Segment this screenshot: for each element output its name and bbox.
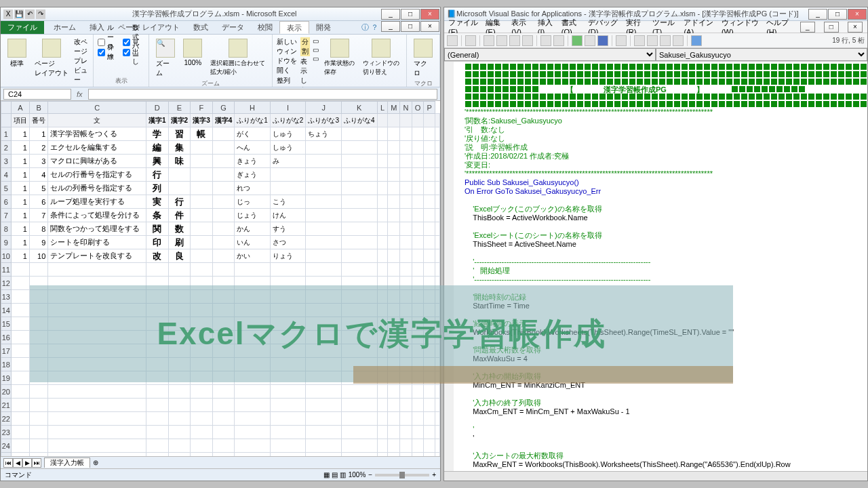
vbe-object-combo[interactable]: (General) xyxy=(444,48,656,61)
vbe-maximize-button[interactable]: □ xyxy=(828,9,847,20)
ribbon-tabs: ファイル ホーム 挿入 ページ レイアウト 数式 データ 校閲 表示 開発 ⓘ … xyxy=(1,21,440,35)
tab-view[interactable]: 表示 xyxy=(279,21,309,34)
tab-nav-prev[interactable]: ◀ xyxy=(13,458,22,468)
tab-file[interactable]: ファイル xyxy=(1,21,44,34)
tab-review[interactable]: 校閲 xyxy=(251,21,279,34)
ribbon-help-icon[interactable]: ⓘ ？ xyxy=(359,21,381,34)
vbe-doc-window-button[interactable]: _ xyxy=(800,22,815,33)
vbe-cursor-position: 19 行, 5 桁 xyxy=(832,36,865,45)
vbe-reset-icon[interactable] xyxy=(597,35,608,46)
vbe-properties-icon[interactable] xyxy=(647,35,658,46)
view-normal-button[interactable]: 標準 xyxy=(5,37,29,70)
new-sheet-button[interactable]: ⊕ xyxy=(93,459,98,466)
zoom-in-button[interactable]: + xyxy=(432,471,436,479)
vbe-doc-window-button[interactable]: × xyxy=(848,22,863,33)
vbe-toolbar: 19 行, 5 桁 xyxy=(444,33,867,48)
vbe-hscrollbar[interactable] xyxy=(444,471,867,481)
excel-icon: X xyxy=(3,9,13,19)
vbe-help-icon[interactable] xyxy=(691,35,702,46)
view-pagebreak-button[interactable]: 改ページ プレビュー xyxy=(74,37,89,85)
save-icon[interactable]: 💾 xyxy=(14,9,24,19)
vbe-code-pane[interactable]: 【 漢字学習帳作成PG 】 '*************************… xyxy=(444,62,867,471)
sync-scroll-icon[interactable]: ▭ xyxy=(313,46,319,54)
formula-bar: C24 fx xyxy=(1,87,440,101)
workbook-restore-button[interactable]: □ xyxy=(401,21,420,32)
zoom-slider[interactable] xyxy=(375,474,429,476)
zoom-selection-button[interactable]: 選択範囲に合わせて 拡大/縮小 xyxy=(208,37,268,78)
vbe-browser-icon[interactable] xyxy=(660,35,671,46)
split-button[interactable]: 分割 xyxy=(300,37,310,56)
vbe-save-icon[interactable] xyxy=(465,35,476,46)
save-workspace-button[interactable]: 作業状態の 保存 xyxy=(321,37,357,78)
arrange-button[interactable]: 整列 xyxy=(277,76,298,85)
compare-icon[interactable]: ▭ xyxy=(313,37,319,45)
vbe-close-button[interactable]: × xyxy=(848,9,867,20)
group-label-show: 表示 xyxy=(98,77,144,85)
name-box[interactable]: C24 xyxy=(3,89,71,100)
workbook-min-button[interactable]: _ xyxy=(381,21,400,32)
vbe-combo-bar: (General) Sakusei_Gakusyucyo xyxy=(444,48,867,62)
vbe-proc-combo[interactable]: Sakusei_Gakusyucyo xyxy=(656,48,867,61)
excel-window: X 💾 ↶ ↷ 漢字学習帳作成プログラム.xlsm - Microsoft Ex… xyxy=(0,7,441,481)
zoom-out-button[interactable]: − xyxy=(368,471,372,479)
video-overlay-underline xyxy=(353,366,733,384)
zoom100-button[interactable]: 100% xyxy=(180,37,205,68)
sheet-tab[interactable]: 漢字入力帳 xyxy=(44,458,90,468)
vbe-copy-icon[interactable] xyxy=(496,35,507,46)
vbe-undo-icon[interactable] xyxy=(540,35,551,46)
view-pagelayout-button[interactable]: ページ レイアウト xyxy=(32,37,71,79)
vbe-find-icon[interactable] xyxy=(522,35,533,46)
tab-data[interactable]: データ xyxy=(215,21,251,34)
vbe-menu-bar: ファイル(F)編集(E)表示(V)挿入(I)書式(O)デバッグ(D)実行(R)ツ… xyxy=(444,21,867,33)
tab-layout[interactable]: ページ レイアウト xyxy=(111,21,186,34)
minimize-button[interactable]: _ xyxy=(381,9,400,20)
zoom-button[interactable]: 🔍ズーム xyxy=(153,37,178,79)
status-text: コマンド xyxy=(5,470,32,480)
excel-titlebar: X 💾 ↶ ↷ 漢字学習帳作成プログラム.xlsm - Microsoft Ex… xyxy=(1,7,440,21)
tab-nav-first[interactable]: ⏮ xyxy=(3,458,13,468)
macro-button[interactable]: マクロ xyxy=(411,37,435,79)
tab-formula[interactable]: 数式 xyxy=(186,21,215,34)
switch-window-button[interactable]: ウィンドウの 切り替え xyxy=(360,37,402,78)
vbe-view-excel-icon[interactable] xyxy=(447,35,458,46)
tab-nav-last[interactable]: ⏭ xyxy=(32,458,41,468)
formula-input[interactable] xyxy=(88,89,437,100)
workbook-close-button[interactable]: × xyxy=(420,21,439,32)
vbe-doc-window-button[interactable]: □ xyxy=(824,22,839,33)
vbe-redo-icon[interactable] xyxy=(553,35,564,46)
excel-window-title: 漢字学習帳作成プログラム.xlsm - Microsoft Excel xyxy=(48,9,381,19)
redo-icon[interactable]: ↷ xyxy=(36,9,45,19)
close-button[interactable]: × xyxy=(420,9,439,20)
vbe-toolbox-icon[interactable] xyxy=(673,35,684,46)
new-window-button[interactable]: 新しいウィンドウを開く xyxy=(277,37,298,75)
reset-pos-icon[interactable]: ▭ xyxy=(313,55,319,62)
vbe-window: 📘 Microsoft Visual Basic for Application… xyxy=(443,7,868,481)
vbe-break-icon[interactable] xyxy=(585,35,595,46)
grid-checkbox[interactable]: 枠線 xyxy=(98,47,119,57)
fx-icon[interactable]: fx xyxy=(77,90,83,98)
vbe-cut-icon[interactable] xyxy=(484,35,494,46)
vbe-paste-icon[interactable] xyxy=(509,35,520,46)
ribbon: 標準 ページ レイアウト 改ページ プレビュー ユーザー設定のビュー 全画面表示… xyxy=(1,35,440,87)
undo-icon[interactable]: ↶ xyxy=(25,9,35,19)
tab-nav-next[interactable]: ▶ xyxy=(22,458,32,468)
vbe-design-icon[interactable] xyxy=(616,35,627,46)
tab-home[interactable]: ホーム xyxy=(47,21,83,34)
overlay-title: Excelマクロで漢字学習帳作成 xyxy=(157,313,606,355)
maximize-button[interactable]: □ xyxy=(401,9,420,20)
zoom-value: 100% xyxy=(349,471,366,479)
vbe-explorer-icon[interactable] xyxy=(634,35,645,46)
vbe-run-icon[interactable] xyxy=(572,35,583,46)
vbe-minimize-button[interactable]: _ xyxy=(808,9,827,20)
tab-dev[interactable]: 開発 xyxy=(309,21,338,34)
sheet-tab-bar: ⏮ ◀ ▶ ⏭ 漢字入力帳 ⊕ xyxy=(1,456,440,468)
status-bar: コマンド ▦ ▤ ▥ 100% − + xyxy=(1,468,440,481)
spreadsheet-grid[interactable]: ABCDEFGHIJKLMNOP項目番号文漢字1漢字2漢字3漢字4ふりがな1ふり… xyxy=(1,101,440,456)
view-mode-icons[interactable]: ▦ ▤ ▥ xyxy=(323,471,346,479)
heading-checkbox[interactable]: 見出し xyxy=(123,47,144,57)
